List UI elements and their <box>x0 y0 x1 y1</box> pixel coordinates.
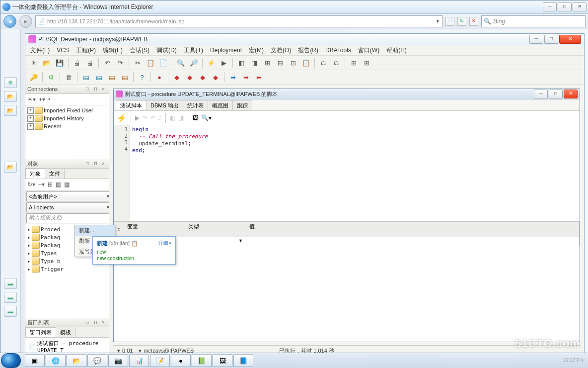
system-tray[interactable]: 16:02下午 <box>563 357 585 364</box>
tb2-d4[interactable]: 🖴 <box>119 72 130 83</box>
panel-min-icon[interactable]: □ <box>84 160 91 167</box>
tb2-r4[interactable]: ◆ <box>197 72 208 83</box>
tb-i6[interactable]: 📋 <box>300 57 311 68</box>
conn-tb-icon[interactable]: ☀▾ <box>27 96 36 103</box>
menu-edit[interactable]: 编辑(E) <box>100 46 126 55</box>
grid-corner[interactable]: ↕ <box>114 222 124 237</box>
itb-zoom-icon[interactable]: 🔍▾ <box>201 114 212 121</box>
user-combo[interactable]: <当前用户>▼ <box>26 191 113 201</box>
side-icon-6[interactable]: ▬ <box>4 292 17 303</box>
tb-i2[interactable]: ◨ <box>249 57 260 68</box>
task-item[interactable]: 📂 <box>67 354 86 367</box>
ie-close-button[interactable]: ✕ <box>573 2 587 11</box>
tb-i5[interactable]: ⊡ <box>288 57 298 68</box>
tb-copy-icon[interactable]: 📋 <box>145 57 156 68</box>
tb-compile-icon[interactable]: ⚡ <box>206 57 217 68</box>
tb-paste-icon[interactable]: 📄 <box>158 57 169 68</box>
menu-report[interactable]: 报告(R) <box>295 46 321 55</box>
tab-test-script[interactable]: 测试脚本 <box>116 100 147 110</box>
side-icon-5[interactable]: ▬ <box>4 278 17 289</box>
tb2-d2[interactable]: 🖴 <box>93 72 104 83</box>
ie-minimize-button[interactable]: ─ <box>543 2 557 11</box>
tb-run-icon[interactable]: ▶ <box>219 57 229 68</box>
plsql-maximize-button[interactable]: □ <box>544 35 558 44</box>
tb2-key-icon[interactable]: 🔑 <box>28 72 39 83</box>
winlist-tab-list[interactable]: 窗口列表 <box>25 327 56 337</box>
menu-tools[interactable]: 工具(T) <box>181 46 206 55</box>
tb2-a2[interactable]: ➡ <box>240 72 251 83</box>
side-icon-3[interactable]: 📂 <box>4 105 17 116</box>
tree-item[interactable]: +Imported History <box>26 114 108 122</box>
tb-i9[interactable]: ⊞ <box>348 57 359 68</box>
ctx-new[interactable]: 新建... <box>75 225 115 236</box>
tb-new-icon[interactable]: ☀ <box>28 57 39 68</box>
itb-bp2-icon[interactable]: ◨ <box>178 114 184 121</box>
menu-project[interactable]: 工程(P) <box>73 46 99 55</box>
tb-open-icon[interactable]: 📂 <box>41 57 52 68</box>
tb-i7[interactable]: 🗂 <box>318 57 329 68</box>
tb2-trash-icon[interactable]: 🗑 <box>63 72 74 83</box>
tb2-d3[interactable]: 🖴 <box>106 72 117 83</box>
plsql-minimize-button[interactable]: ─ <box>529 35 543 44</box>
plsql-close-button[interactable]: ✕ <box>559 35 581 44</box>
nav-back-button[interactable]: ◄ <box>3 15 16 28</box>
tb2-r5[interactable]: ◆ <box>210 72 221 83</box>
tab-overview[interactable]: 概览图 <box>208 100 233 110</box>
itb-step3-icon[interactable]: ⤴ <box>158 114 161 121</box>
itb-bp-icon[interactable]: ◧ <box>170 114 175 121</box>
var-cell-type[interactable]: ▼ <box>185 237 246 246</box>
filter-input[interactable]: 输入搜索文档 <box>26 213 113 223</box>
address-bar[interactable]: 📄 http://10.138.17.221:7011/ipap/static/… <box>35 15 442 27</box>
inner-close-button[interactable]: ✕ <box>564 90 578 98</box>
tb-print-icon[interactable]: 🖨 <box>72 57 82 68</box>
itb-play-icon[interactable]: ▶ <box>135 114 140 121</box>
tb2-a1[interactable]: ➡ <box>227 72 238 83</box>
side-icon-2[interactable]: 📂 <box>4 91 17 102</box>
tree-item[interactable]: ▸Trigger <box>26 265 108 273</box>
tb-i8[interactable]: 🗂 <box>331 57 342 68</box>
side-icon-1[interactable]: ⚙ <box>4 77 17 88</box>
compat-button[interactable]: 📄 <box>445 17 454 26</box>
refresh-button[interactable]: ↻ <box>457 17 466 26</box>
task-item[interactable]: 🖼 <box>213 354 232 367</box>
obj-tb-refresh[interactable]: ↻▾ <box>27 181 35 188</box>
tab-trace[interactable]: 跟踪 <box>232 100 252 110</box>
itb-step2-icon[interactable]: ↶ <box>150 114 155 121</box>
tb-findnext-icon[interactable]: 🔎 <box>188 57 199 68</box>
stop-button[interactable]: ✕ <box>469 17 478 26</box>
tb2-r2[interactable]: ◆ <box>171 72 182 83</box>
task-item[interactable]: ▣ <box>25 354 45 367</box>
itb-step-icon[interactable]: ↷ <box>143 114 147 121</box>
tb-find-icon[interactable]: 🔍 <box>175 57 186 68</box>
tb2-help-icon[interactable]: ? <box>137 72 147 83</box>
menu-help[interactable]: 帮助(H) <box>383 46 410 55</box>
tree-item[interactable]: +Imported Fixed User <box>26 106 108 114</box>
nav-forward-button[interactable]: ► <box>19 15 32 28</box>
panel-pin-icon[interactable]: ⊓ <box>92 86 99 92</box>
panel-close-icon[interactable]: × <box>100 86 107 92</box>
task-item[interactable]: 🌐 <box>46 354 66 367</box>
winlist-tab-template[interactable]: 模板 <box>56 327 75 337</box>
inner-maximize-button[interactable]: □ <box>549 90 563 98</box>
tab-dbms-output[interactable]: DBMS 输出 <box>146 100 183 110</box>
tb2-a3[interactable]: ⬅ <box>253 72 264 83</box>
conn-tb-plus[interactable]: +▾ <box>39 96 45 103</box>
panel-pin-icon[interactable]: ⊓ <box>92 160 99 167</box>
objects-combo[interactable]: All objects▼ <box>26 202 113 212</box>
start-button[interactable] <box>1 353 21 368</box>
tb-undo-icon[interactable]: ↶ <box>102 57 113 68</box>
obj-tb-i2[interactable]: ▦ <box>56 181 61 188</box>
ie-maximize-button[interactable]: □ <box>558 2 572 11</box>
menu-session[interactable]: 会话(S) <box>127 46 152 55</box>
tab-statistics[interactable]: 统计表 <box>183 100 208 110</box>
search-box[interactable]: 🔍 Bing <box>481 15 586 27</box>
obj-tb-i1[interactable]: ⊞ <box>48 181 53 188</box>
menu-dbatools[interactable]: DBATools <box>322 46 354 54</box>
menu-deployment[interactable]: Deployment <box>207 46 245 54</box>
tb2-r3[interactable]: ◆ <box>184 72 195 83</box>
tb2-gear-icon[interactable]: ⚙ <box>46 72 57 83</box>
var-cell[interactable] <box>246 237 580 246</box>
menu-document[interactable]: 文档(O) <box>268 46 294 55</box>
tt-more-link[interactable]: 详细» <box>158 240 171 247</box>
panel-close-icon[interactable]: × <box>100 160 107 167</box>
